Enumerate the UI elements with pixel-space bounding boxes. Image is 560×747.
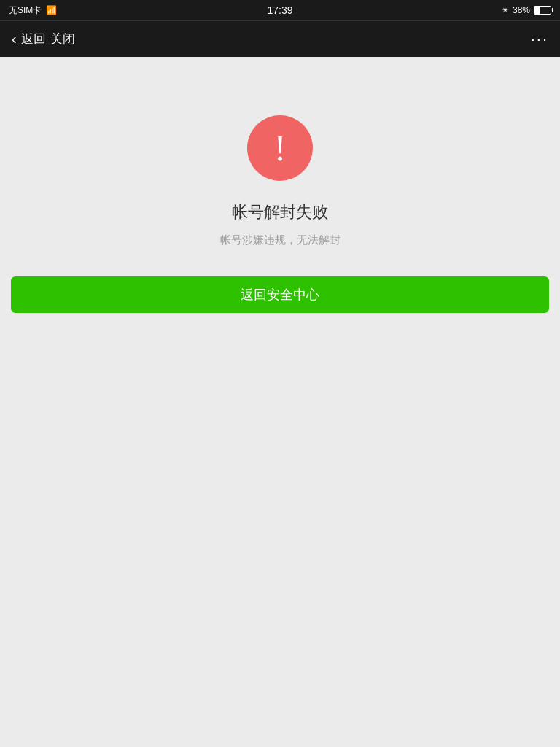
nav-more-icon[interactable]: ···	[531, 30, 548, 49]
battery-pct: 38%	[513, 5, 530, 15]
nav-right: ···	[531, 30, 548, 49]
carrier-label: 无SIM卡	[9, 4, 42, 17]
wifi-icon: 📶	[46, 5, 57, 15]
error-title: 帐号解封失败	[232, 201, 328, 223]
nav-back-label: 返回	[21, 31, 46, 47]
nav-close-label[interactable]: 关闭	[50, 31, 75, 47]
status-bar-left: 无SIM卡 📶	[9, 4, 57, 17]
status-bar-time: 17:39	[267, 4, 292, 16]
error-subtitle: 帐号涉嫌违规，无法解封	[220, 233, 341, 247]
battery-bar	[534, 6, 551, 15]
bluetooth-icon: ✴	[502, 5, 509, 15]
battery-fill	[534, 7, 540, 14]
error-exclamation-icon: !	[274, 130, 287, 166]
back-arrow-icon: ‹	[12, 31, 17, 47]
error-icon-container: !	[247, 115, 313, 181]
status-bar-right: ✴ 38%	[502, 5, 551, 15]
nav-bar: ‹ 返回 关闭 ···	[0, 20, 560, 57]
return-security-center-button[interactable]: 返回安全中心	[11, 276, 549, 313]
status-bar: 无SIM卡 📶 17:39 ✴ 38%	[0, 0, 560, 20]
nav-back-group[interactable]: ‹ 返回 关闭	[12, 31, 75, 47]
return-button-label: 返回安全中心	[241, 286, 319, 303]
main-content: ! 帐号解封失败 帐号涉嫌违规，无法解封 返回安全中心	[0, 57, 560, 747]
